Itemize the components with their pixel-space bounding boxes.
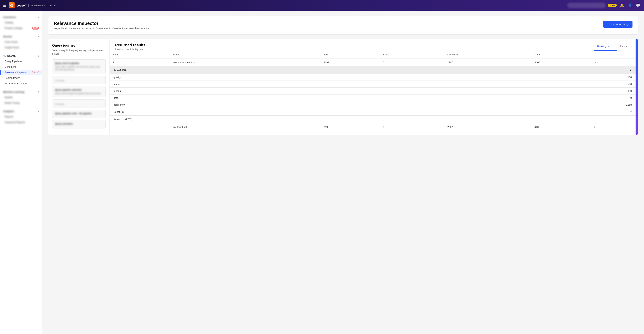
inspect-new-query-button[interactable]: Inspect new query bbox=[603, 21, 632, 28]
sidebar-item-relevance-inspector[interactable]: Relevance Inspector Beta bbox=[0, 70, 42, 75]
page-title: Relevance Inspector bbox=[54, 21, 150, 26]
journey-step-2[interactable]: No details bbox=[52, 76, 106, 84]
sidebar-item-case-assist[interactable]: Case Assist bbox=[0, 39, 42, 45]
beta-badge: Beta bbox=[32, 71, 39, 74]
date-label: date bbox=[114, 96, 118, 99]
model-tuning-label: Model Tuning bbox=[4, 102, 20, 104]
table-row-1[interactable]: 1 my-pdf-document.pdf 2198 0 2207 4405 ▲ bbox=[110, 58, 636, 66]
sidebar-item-product-listings[interactable]: Product Listings NEW bbox=[0, 25, 42, 31]
main-content: Relevance Inspector Inspect how queries … bbox=[42, 11, 644, 334]
journey-step-4[interactable]: No details bbox=[52, 99, 106, 108]
notifications-icon[interactable]: 🔔 bbox=[619, 2, 625, 8]
sidebar-item-insight-panel[interactable]: Insight Panel bbox=[0, 45, 42, 50]
row2-name: my-item.html bbox=[170, 123, 320, 131]
sidebar-item-models[interactable]: Models bbox=[0, 94, 42, 100]
expanded-row-1: Item (2198) ▲ quality 180 source bbox=[110, 66, 636, 123]
sidebar-item-conditions[interactable]: Conditions bbox=[0, 64, 42, 70]
table-row-2[interactable]: 2 my-item.html 2198 0 2207 4405 ▾ bbox=[110, 123, 636, 131]
results-table: Rank Name Item Boost Keywords Total 1 bbox=[110, 51, 636, 131]
col-rank: Rank bbox=[110, 51, 170, 58]
product-listings-badge: NEW bbox=[32, 27, 39, 30]
row2-boost: 0 bbox=[380, 123, 444, 131]
sidebar-section-ml-header[interactable]: Machine Learning ▾ bbox=[0, 89, 42, 94]
results-count: Results 1-2 of 2 for My query bbox=[115, 48, 146, 51]
col-total: Total bbox=[532, 51, 591, 58]
new-badge[interactable]: NEW bbox=[608, 4, 617, 7]
score-quality: quality 180 bbox=[110, 74, 636, 81]
row1-total: 4405 bbox=[532, 58, 591, 66]
step-4-status: No details bbox=[55, 103, 103, 105]
sidebar-item-in-product-experience[interactable]: In-Product Experience bbox=[0, 81, 42, 86]
boost-chevron-down-icon[interactable]: ▾ bbox=[630, 110, 632, 113]
row1-expand[interactable]: ▲ bbox=[591, 58, 636, 66]
sidebar-item-model-tuning[interactable]: Model Tuning bbox=[0, 100, 42, 106]
user-icon[interactable]: 👤 bbox=[627, 2, 633, 8]
expanded-content-1: Item (2198) ▲ quality 180 source bbox=[110, 66, 636, 123]
row1-keywords: 2207 bbox=[444, 58, 532, 66]
step-1-detail: Query after a pipeline rule execution qu… bbox=[55, 66, 103, 71]
page-header: Relevance Inspector Inspect how queries … bbox=[48, 16, 638, 34]
advanced-reports-label: Advanced Reports bbox=[4, 121, 25, 124]
sidebar-section-analytics: Analytics ▾ Reports Advanced Reports bbox=[0, 107, 42, 126]
sidebar-section-ml: Machine Learning ▾ Models Model Tuning bbox=[0, 88, 42, 107]
product-listings-label: Product Listings bbox=[4, 27, 22, 30]
conditions-label: Conditions bbox=[4, 66, 16, 68]
row2-expand[interactable]: ▾ bbox=[591, 123, 636, 131]
hamburger-menu[interactable]: ☰ bbox=[3, 3, 6, 8]
col-item: Item bbox=[320, 51, 380, 58]
col-keywords: Keywords bbox=[444, 51, 532, 58]
query-journey-title: Query journey bbox=[52, 44, 106, 48]
page-header-left: Relevance Inspector Inspect how queries … bbox=[54, 21, 150, 30]
row1-boost: 0 bbox=[380, 58, 444, 66]
row1-item: 2198 bbox=[320, 58, 380, 66]
step-3-title: Query pipeline selection bbox=[55, 88, 103, 91]
reports-label: Reports bbox=[4, 115, 14, 118]
side-peek-panel[interactable] bbox=[636, 39, 638, 135]
keywords-section-header[interactable]: Keywords (2207) ▾ bbox=[110, 116, 636, 123]
sidebar-section-analytics-header[interactable]: Analytics ▾ bbox=[0, 109, 42, 114]
row2-keywords: 2207 bbox=[444, 123, 532, 131]
col-boost: Boost bbox=[380, 51, 444, 58]
service-label: Service bbox=[3, 35, 12, 38]
journey-step-6[interactable]: Query transition bbox=[52, 120, 106, 128]
custom-value: 350 bbox=[628, 90, 632, 92]
item-section-label: Item (2198) bbox=[114, 69, 126, 72]
item-section-chevron-up-icon[interactable]: ▲ bbox=[629, 69, 632, 72]
boost-section-header[interactable]: Boost (0) ▾ bbox=[110, 108, 636, 116]
row1-chevron-up-icon[interactable]: ▲ bbox=[594, 61, 597, 64]
sidebar-item-catalog[interactable]: Catalog bbox=[0, 20, 42, 25]
results-table-head: Rank Name Item Boost Keywords Total bbox=[110, 51, 636, 58]
score-source: source 500 bbox=[110, 81, 636, 88]
sidebar-section-search-header[interactable]: 🔍 Search ▴ bbox=[0, 53, 42, 58]
org-selector[interactable] bbox=[567, 3, 606, 8]
step-3-detail: Query went through the pipeline blurred … bbox=[55, 92, 103, 95]
journey-step-3[interactable]: Query pipeline selection Query went thro… bbox=[52, 86, 106, 98]
journey-step-5[interactable]: Query pipeline rules - No pipeline bbox=[52, 110, 106, 118]
chat-icon[interactable]: 💬 bbox=[635, 2, 641, 8]
results-table-body: 1 my-pdf-document.pdf 2198 0 2207 4405 ▲ bbox=[110, 58, 636, 131]
adjacency-value: 1168 bbox=[626, 103, 632, 106]
source-value: 500 bbox=[628, 83, 632, 86]
sidebar-item-search-pages[interactable]: Search Pages bbox=[0, 75, 42, 81]
score-custom: custom 350 bbox=[110, 88, 636, 94]
tab-fields[interactable]: Fields bbox=[616, 43, 630, 51]
content-panels: Query journey Select a step in the query… bbox=[48, 39, 638, 135]
row2-chevron-down-icon[interactable]: ▾ bbox=[594, 126, 595, 128]
sidebar-item-reports[interactable]: Reports bbox=[0, 114, 42, 120]
results-header: Returned results Results 1-2 of 2 for My… bbox=[110, 39, 636, 51]
journey-step-1[interactable]: Query sent to pipeline Query after a pip… bbox=[52, 60, 106, 74]
sidebar-section-commerce-header[interactable]: Commerce ▾ bbox=[0, 14, 42, 20]
query-pipelines-label: Query Pipelines bbox=[4, 60, 22, 63]
sidebar-item-advanced-reports[interactable]: Advanced Reports bbox=[0, 120, 42, 125]
results-table-header-row: Rank Name Item Boost Keywords Total bbox=[110, 51, 636, 58]
keywords-chevron-down-icon[interactable]: ▾ bbox=[630, 118, 632, 120]
sidebar-section-service-header[interactable]: Service ▾ bbox=[0, 34, 42, 39]
commerce-chevron: ▾ bbox=[38, 16, 39, 18]
tab-ranking-score[interactable]: Ranking score bbox=[594, 43, 616, 51]
app-layout: Commerce ▾ Catalog Product Listings NEW … bbox=[0, 11, 644, 334]
sidebar-item-query-pipelines[interactable]: Query Pipelines bbox=[0, 58, 42, 64]
nav-divider: | bbox=[28, 4, 29, 8]
item-section-header[interactable]: Item (2198) ▲ bbox=[110, 66, 636, 74]
keywords-section: Keywords (2207) ▾ bbox=[110, 116, 636, 123]
sidebar-section-commerce: Commerce ▾ Catalog Product Listings NEW bbox=[0, 13, 42, 32]
